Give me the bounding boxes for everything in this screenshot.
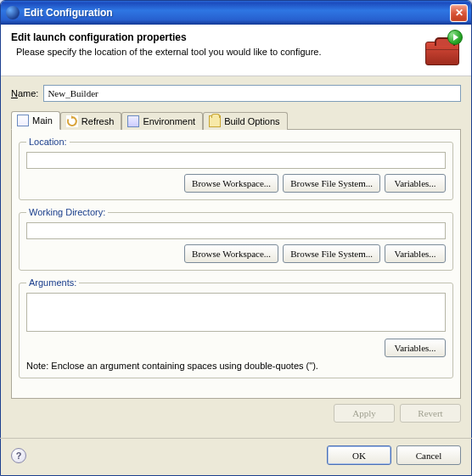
workdir-browse-filesystem-button[interactable]: Browse File System...: [283, 244, 380, 263]
tab-build-options[interactable]: Build Options: [203, 112, 287, 130]
arguments-legend: Arguments:: [26, 277, 79, 288]
apply-button[interactable]: Apply: [334, 404, 395, 423]
workdir-input[interactable]: [26, 222, 446, 239]
tab-bar: Main Refresh Environment Build Options: [11, 110, 461, 130]
run-icon: [447, 30, 463, 45]
apply-revert-row: Apply Revert: [11, 399, 461, 423]
separator: [0, 438, 472, 439]
header-heading: Edit launch configuration properties: [11, 31, 417, 43]
name-input[interactable]: [43, 85, 461, 102]
close-button[interactable]: ✕: [450, 4, 468, 22]
workdir-group: Working Directory: Browse Workspace... B…: [19, 207, 453, 271]
location-variables-button[interactable]: Variables...: [385, 174, 446, 193]
workdir-variables-button[interactable]: Variables...: [385, 244, 446, 263]
refresh-tab-icon: [66, 115, 78, 127]
workdir-legend: Working Directory:: [26, 207, 108, 217]
help-icon: ?: [16, 451, 22, 461]
arguments-group: Arguments: Variables... Note: Enclose an…: [19, 277, 453, 378]
tab-main[interactable]: Main: [11, 111, 60, 130]
location-browse-workspace-button[interactable]: Browse Workspace...: [184, 174, 278, 193]
arguments-note: Note: Enclose an argument containing spa…: [26, 361, 446, 371]
header-description: Please specify the location of the exter…: [11, 47, 417, 57]
tab-environment[interactable]: Environment: [121, 112, 203, 130]
cancel-button[interactable]: Cancel: [396, 445, 461, 465]
dialog-content: Name: Main Refresh Environment Build Opt…: [1, 76, 471, 431]
tab-label: Refresh: [81, 116, 115, 126]
build-tab-icon: [209, 115, 221, 127]
tab-label: Environment: [143, 116, 195, 126]
tab-panel-main: Location: Browse Workspace... Browse Fil…: [11, 129, 461, 399]
dialog-header: Edit launch configuration properties Ple…: [1, 25, 471, 76]
name-label: Name:: [11, 88, 38, 98]
tab-label: Build Options: [224, 116, 279, 126]
toolbox-icon: [425, 42, 459, 65]
window-title: Edit Configuration: [24, 7, 450, 19]
environment-tab-icon: [127, 115, 139, 127]
location-legend: Location:: [26, 137, 70, 147]
name-row: Name:: [11, 85, 461, 102]
arguments-input[interactable]: [26, 293, 446, 332]
help-button[interactable]: ?: [11, 448, 26, 463]
app-icon: [6, 6, 20, 20]
dialog-footer: ? OK Cancel: [1, 445, 471, 475]
location-browse-filesystem-button[interactable]: Browse File System...: [283, 174, 380, 193]
location-input[interactable]: [26, 152, 446, 169]
location-group: Location: Browse Workspace... Browse Fil…: [19, 137, 453, 200]
dialog-window: Edit Configuration ✕ Edit launch configu…: [0, 0, 472, 476]
main-tab-icon: [17, 115, 29, 126]
ok-button[interactable]: OK: [327, 445, 391, 465]
close-icon: ✕: [455, 7, 464, 19]
title-bar[interactable]: Edit Configuration ✕: [1, 1, 471, 25]
tab-label: Main: [32, 115, 53, 126]
tab-refresh[interactable]: Refresh: [60, 112, 122, 130]
workdir-browse-workspace-button[interactable]: Browse Workspace...: [184, 244, 278, 263]
header-graphic: [424, 31, 461, 65]
arguments-variables-button[interactable]: Variables...: [385, 339, 446, 357]
revert-button[interactable]: Revert: [400, 404, 461, 423]
